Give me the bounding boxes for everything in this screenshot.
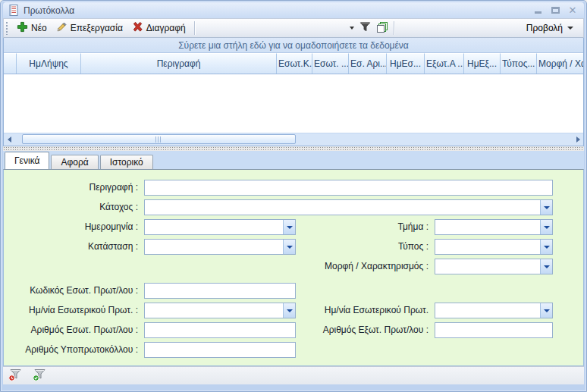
department-label: Τμήμα :: [302, 219, 428, 235]
tab-history[interactable]: Ιστορικό: [100, 155, 153, 169]
chevron-down-icon: [544, 309, 550, 312]
subprotocol-number-input[interactable]: [144, 342, 296, 358]
scrollbar-thumb[interactable]: [22, 134, 296, 144]
pencil-icon: [56, 21, 67, 35]
type-input[interactable]: [435, 239, 553, 255]
external-number-input[interactable]: [435, 322, 553, 338]
document-icon: [8, 5, 19, 16]
column-header-external-date[interactable]: ΗμΕξ...: [464, 53, 501, 74]
grip-icon: [155, 136, 162, 143]
edit-button-label: Επεξεργασία: [71, 23, 123, 33]
delete-button-label: Διαγραφή: [146, 23, 186, 33]
external-date-dropdown-button[interactable]: [540, 303, 552, 318]
internal-number-input[interactable]: [144, 322, 296, 338]
view-button[interactable]: Προβολή: [520, 20, 580, 36]
owner-input[interactable]: [144, 199, 553, 215]
funnel-green-check-icon: [33, 368, 46, 384]
pages-icon: [376, 21, 388, 36]
grid-body[interactable]: [4, 74, 583, 133]
group-by-panel[interactable]: Σύρετε μια στήλη εδώ για να ομαδοποιήσετ…: [4, 38, 583, 53]
column-header-type[interactable]: Τύπος...: [501, 53, 537, 74]
toolbar-separator: [394, 21, 394, 35]
date-label: Ημερομηνία :: [4, 219, 138, 235]
type-combo: [435, 239, 553, 255]
description-input[interactable]: [144, 180, 553, 196]
column-header-description[interactable]: Περιγραφή: [81, 53, 277, 74]
status-dropdown-button[interactable]: [283, 240, 295, 254]
internal-date-input[interactable]: [144, 303, 296, 318]
column-header-receive-date[interactable]: ΗμΛήψης: [17, 53, 81, 74]
scrollbar-track[interactable]: [14, 133, 573, 146]
date-dropdown-button[interactable]: [283, 220, 295, 234]
edit-button[interactable]: Επεξεργασία: [52, 20, 128, 36]
scroll-left-button[interactable]: [4, 133, 14, 146]
toolbar-separator: [194, 21, 195, 35]
funnel-red-badge-icon: [8, 368, 22, 384]
toolbar-edit-area: [198, 20, 347, 36]
delete-x-icon: [132, 21, 143, 35]
column-header-internal-number[interactable]: Εσ. Αρι...: [349, 53, 387, 74]
column-header-indicator: [4, 53, 17, 74]
window-title: Πρωτόκολλα: [24, 5, 74, 16]
filter-bar: [3, 366, 584, 384]
filter-dropdown-button[interactable]: [347, 20, 357, 36]
minimize-icon: [535, 11, 541, 14]
subprotocol-number-field: [144, 342, 296, 358]
date-combo: [144, 219, 296, 235]
column-header-internal[interactable]: Εσωτ. ...: [312, 53, 349, 74]
column-header-external-number[interactable]: Εξωτ.Α ...: [425, 53, 464, 74]
grid-header-row: ΗμΛήψης Περιγραφή Εσωτ.Κ... Εσωτ. ... Εσ…: [4, 53, 583, 74]
protocols-window: Πρωτόκολλα ✕ Νέο Επεξεργασία: [0, 0, 587, 392]
format-input[interactable]: [435, 259, 553, 274]
department-dropdown-button[interactable]: [540, 220, 552, 234]
spacer: [4, 278, 553, 279]
internal-number-label: Αριθμός Εσωτ. Πρωτ/λου :: [4, 322, 138, 338]
internal-code-input[interactable]: [144, 283, 296, 299]
tab-general[interactable]: Γενικά: [5, 152, 49, 169]
date-input[interactable]: [144, 219, 296, 235]
maximize-button[interactable]: [550, 5, 560, 16]
type-label: Τύπος :: [302, 239, 428, 255]
format-label: Μορφή / Χαρακτηρισμός :: [302, 259, 428, 274]
column-header-internal-date[interactable]: ΗμΕσ...: [387, 53, 425, 74]
protocols-grid: Σύρετε μια στήλη εδώ για να ομαδοποιήσετ…: [3, 38, 584, 146]
internal-date-combo: [144, 303, 296, 318]
internal-date-dropdown-button[interactable]: [283, 303, 295, 318]
format-dropdown-button[interactable]: [540, 259, 552, 274]
external-date-label: Ημ/νία Εσωτερικού Πρωτ.: [302, 303, 428, 318]
chevron-down-icon: [544, 226, 550, 229]
titlebar: Πρωτόκολλα ✕: [3, 2, 584, 18]
delete-button[interactable]: Διαγραφή: [128, 20, 191, 36]
filter-button[interactable]: [357, 20, 374, 36]
tab-concerns[interactable]: Αφορά: [51, 155, 98, 169]
internal-date-label: Ημ/νία Εσωτερικού Πρωτ. :: [4, 303, 138, 318]
status-input[interactable]: [144, 239, 296, 255]
copy-pages-button[interactable]: [374, 20, 391, 36]
detail-tabstrip: Γενικά Αφορά Ιστορικό: [3, 151, 584, 169]
maximize-icon: [551, 7, 560, 14]
chevron-down-icon: [287, 226, 293, 229]
toolbar-grip[interactable]: [5, 21, 8, 35]
internal-code-label: Κωδικός Εσωτ. Πρωτ/λου :: [4, 283, 138, 299]
scroll-right-button[interactable]: [573, 133, 583, 146]
column-header-format[interactable]: Μορφή / Χα: [537, 53, 583, 74]
apply-filter-button[interactable]: [31, 368, 48, 384]
external-number-field: [435, 322, 553, 338]
horizontal-scrollbar: [4, 133, 583, 146]
owner-combo: [144, 199, 553, 215]
status-label: Κατάσταση :: [4, 239, 138, 255]
owner-dropdown-button[interactable]: [540, 200, 552, 215]
new-button-label: Νέο: [31, 23, 47, 33]
edit-filter-button[interactable]: [7, 368, 24, 384]
chevron-down-icon: [544, 206, 550, 209]
minimize-button[interactable]: [532, 5, 543, 16]
department-input[interactable]: [435, 219, 553, 235]
external-date-input[interactable]: [435, 303, 553, 318]
arrow-right-icon: [576, 136, 580, 143]
arrow-left-icon: [8, 136, 11, 143]
type-dropdown-button[interactable]: [540, 240, 552, 254]
close-button[interactable]: ✕: [567, 5, 578, 16]
new-button[interactable]: Νέο: [13, 20, 52, 36]
description-field: [144, 180, 553, 196]
column-header-internal-code[interactable]: Εσωτ.Κ...: [277, 53, 312, 74]
